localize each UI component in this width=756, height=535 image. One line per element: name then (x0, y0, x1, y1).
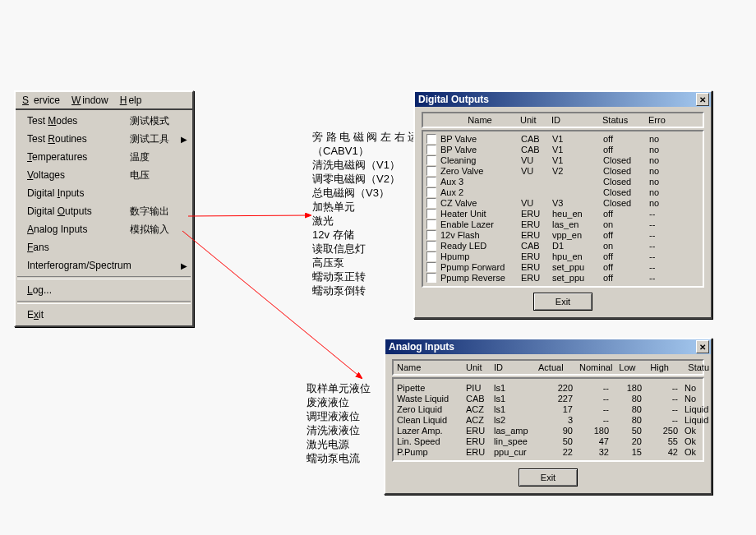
close-icon[interactable]: ✕ (696, 340, 709, 353)
table-row: Lazer Amp.ERUlas_amp9018050250Ok (397, 425, 699, 436)
menu-bar: Service Window Help (16, 92, 192, 110)
table-row: Aux 2Closedno (426, 187, 699, 197)
analog-inputs-annotations: 取样单元液位废液液位调理液液位清洗液液位激光电源蠕动泵电流 (307, 381, 371, 465)
table-row: Ppump ForwardERUset_ppuoff-- (426, 261, 699, 272)
table-row: Aux 3Closedno (426, 176, 699, 187)
table-row: Lin. SpeedERUlin_spee50472055Ok (397, 436, 699, 446)
table-row: BP ValveCABV1offno (426, 133, 699, 144)
ai-rows: PipettePIUls1220--180--NoWaste LiquidCAB… (392, 377, 704, 462)
checkbox[interactable] (426, 145, 436, 155)
do-header-row: Name Unit ID Status Erro (422, 112, 704, 128)
submenu-arrow-icon: ▶ (181, 261, 187, 270)
annotation-label: 激光电源 (307, 437, 371, 451)
table-row: Ready LEDCABD1on-- (426, 240, 699, 251)
table-row: Zero ValveVUV2Closedno (426, 165, 699, 176)
menu-item-test-modes[interactable]: Test Modes 测试模式 (16, 112, 192, 130)
window-title: Analog Inputs (389, 341, 454, 353)
menu-item-fans[interactable]: Fans (16, 238, 192, 256)
menu-item-digital-inputs[interactable]: Digital Inputs (16, 184, 192, 202)
digital-outputs-window: Digital Outputs ✕ Name Unit ID Status Er… (413, 90, 712, 319)
table-row: HpumpERUhpu_enoff-- (426, 251, 699, 261)
checkbox[interactable] (426, 219, 436, 229)
table-row: Heater UnitERUheu_enoff-- (426, 208, 699, 219)
menu-item-log[interactable]: Log... (16, 281, 192, 299)
menu-service[interactable]: Service (19, 94, 62, 107)
exit-button[interactable]: Exit (519, 468, 578, 487)
window-title: Digital Outputs (418, 94, 489, 105)
checkbox[interactable] (426, 155, 436, 165)
checkbox[interactable] (426, 187, 436, 197)
table-row: PipettePIUls1220--180--No (397, 382, 699, 393)
table-row: Zero LiquidACZls117--80--Liquid (397, 404, 699, 414)
checkbox[interactable] (426, 262, 436, 272)
table-row: P.PumpERUppu_cur22321542Ok (397, 446, 699, 457)
service-menu: Service Window Help Test Modes 测试模式 Test… (14, 90, 194, 327)
checkbox[interactable] (426, 198, 436, 208)
menu-item-analog-inputs[interactable]: Analog Inputs 模拟输入 (16, 220, 192, 238)
ai-header-row: Name Unit ID Actual Nominal Low High Sta… (392, 359, 704, 376)
checkbox[interactable] (426, 241, 436, 251)
menu-item-interferogram[interactable]: Interferogram/Spectrum ▶ (16, 256, 192, 274)
checkbox[interactable] (426, 166, 436, 176)
table-row: 12v FlashERUvpp_enoff-- (426, 229, 699, 240)
menu-body: Test Modes 测试模式 Test Routines 测试工具 ▶ Tem… (16, 110, 192, 325)
menu-help[interactable]: Help (117, 94, 144, 107)
checkbox[interactable] (426, 251, 436, 261)
menu-item-test-routines[interactable]: Test Routines 测试工具 ▶ (16, 130, 192, 148)
title-bar: Analog Inputs ✕ (385, 339, 711, 354)
menu-separator (17, 276, 191, 279)
table-row: Clean LiquidACZls23--80--Liquid (397, 414, 699, 425)
checkbox[interactable] (426, 134, 436, 144)
table-row: BP ValveCABV1offno (426, 144, 699, 155)
exit-button[interactable]: Exit (533, 293, 592, 311)
svg-line-0 (188, 215, 311, 216)
annotation-label: 取样单元液位 (307, 381, 371, 395)
menu-item-temperatures[interactable]: Temperatures 温度 (16, 148, 192, 166)
checkbox[interactable] (426, 209, 436, 219)
menu-item-voltages[interactable]: Voltages 电压 (16, 166, 192, 184)
table-row: CleaningVUV1Closedno (426, 155, 699, 165)
checkbox[interactable] (426, 230, 436, 240)
menu-separator (17, 301, 191, 304)
annotation-label: 废液液位 (307, 395, 371, 409)
analog-inputs-window: Analog Inputs ✕ Name Unit ID Actual Nomi… (384, 338, 712, 495)
checkbox[interactable] (426, 273, 436, 283)
table-row: CZ ValveVUV3Closedno (426, 197, 699, 208)
annotation-label: 调理液液位 (307, 409, 371, 423)
submenu-arrow-icon: ▶ (181, 135, 187, 144)
close-icon[interactable]: ✕ (696, 93, 709, 106)
menu-item-digital-outputs[interactable]: Digital Outputs 数字输出 (16, 202, 192, 220)
menu-window[interactable]: Window (68, 94, 110, 107)
annotation-label: 蠕动泵电流 (307, 451, 371, 465)
table-row: Enable LazerERUlas_enon-- (426, 219, 699, 229)
annotation-label: 清洗液液位 (307, 423, 371, 437)
do-rows: BP ValveCABV1offnoBP ValveCABV1offnoClea… (422, 130, 704, 288)
table-row: Ppump ReverseERUset_ppuoff-- (426, 272, 699, 283)
checkbox[interactable] (426, 177, 436, 187)
menu-item-exit[interactable]: Exit (16, 306, 192, 324)
table-row: Waste LiquidCABls1227--80--No (397, 393, 699, 404)
title-bar: Digital Outputs ✕ (415, 92, 711, 107)
